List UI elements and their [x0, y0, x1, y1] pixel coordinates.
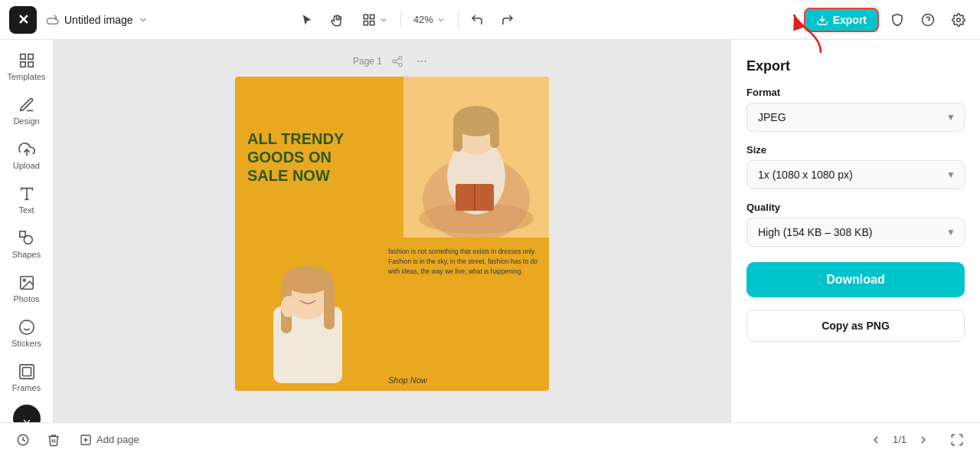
format-select[interactable]: JPEG PNG PDF SVG GIF: [746, 103, 965, 132]
timer-btn[interactable]: [12, 429, 34, 451]
fullscreen-icon: [950, 433, 964, 447]
topbar-right: Export: [804, 8, 971, 32]
select-tool-btn[interactable]: [295, 8, 319, 32]
settings-icon: [952, 13, 965, 27]
zoom-btn[interactable]: 42%: [407, 11, 452, 28]
sidebar-item-frames[interactable]: Frames: [4, 357, 50, 399]
frames-label: Frames: [12, 383, 41, 392]
export-panel-title: Export: [746, 58, 965, 74]
page-share-btn[interactable]: [388, 52, 407, 71]
svg-point-30: [417, 61, 419, 62]
svg-point-25: [399, 56, 402, 59]
trash-btn[interactable]: [43, 429, 64, 451]
svg-rect-0: [364, 15, 368, 18]
redo-btn[interactable]: [495, 8, 520, 32]
svg-point-32: [425, 61, 426, 62]
export-icon: [816, 14, 828, 26]
page-count: 1/1: [893, 434, 906, 445]
svg-rect-17: [19, 231, 24, 237]
design-canvas[interactable]: ALL TRENDY GOODS ON SALE NOW: [235, 77, 549, 391]
sidebar-item-photos[interactable]: Photos: [4, 268, 50, 310]
quality-select[interactable]: High (154 KB – 308 KB) Medium (77 KB – 1…: [746, 218, 965, 247]
format-group: Format JPEG PNG PDF SVG GIF ▼: [746, 87, 965, 132]
quality-label: Quality: [746, 202, 965, 213]
svg-rect-40: [490, 121, 499, 148]
hand-icon: [331, 13, 345, 27]
export-button[interactable]: Export: [804, 8, 879, 32]
shield-btn[interactable]: [885, 8, 910, 32]
svg-rect-12: [28, 62, 32, 67]
svg-rect-9: [20, 54, 24, 59]
stickers-label: Stickers: [11, 339, 41, 348]
design-label: Design: [13, 116, 39, 126]
trash-icon: [47, 433, 60, 447]
upload-icon: [18, 141, 35, 158]
topbar: ✕ Untitled image: [0, 0, 980, 40]
design-body-text: fashion is not something that exists in …: [388, 247, 541, 276]
timer-icon: [16, 433, 30, 447]
help-btn[interactable]: [916, 8, 940, 32]
svg-rect-1: [370, 15, 374, 18]
canvas-area[interactable]: Page 1 ALL TRENDY GOODS ON S: [54, 40, 730, 422]
download-button[interactable]: Download: [746, 262, 965, 297]
page-prev-btn[interactable]: [865, 429, 887, 451]
design-icon: [18, 97, 35, 113]
design-cta: Shop Now: [388, 376, 541, 385]
settings-btn[interactable]: [946, 8, 971, 32]
design-img-right: [403, 77, 549, 238]
svg-rect-2: [364, 21, 368, 25]
sidebar: Templates Design Upload Text Shapes: [0, 40, 54, 422]
text-label: Text: [18, 205, 34, 215]
sidebar-theme-btn[interactable]: [13, 405, 41, 422]
format-select-wrapper: JPEG PNG PDF SVG GIF ▼: [746, 103, 965, 132]
design-text-right: fashion is not something that exists in …: [381, 238, 549, 391]
title-caret-icon: [138, 15, 149, 25]
topbar-center-tools: 42%: [295, 8, 520, 32]
bottom-bar: Add page 1/1: [0, 422, 980, 456]
svg-line-29: [396, 58, 400, 61]
undo-btn[interactable]: [465, 8, 489, 32]
sidebar-item-stickers[interactable]: Stickers: [4, 313, 50, 354]
svg-point-20: [19, 320, 33, 334]
design-text-block: ALL TRENDY GOODS ON SALE NOW: [235, 77, 403, 238]
person-standing-svg: [235, 238, 381, 391]
page-next-btn[interactable]: [913, 429, 934, 451]
photos-icon: [18, 274, 35, 291]
zoom-value: 42%: [413, 14, 433, 25]
sidebar-item-templates[interactable]: Templates: [4, 46, 50, 87]
page-more-btn[interactable]: [413, 52, 431, 71]
size-select[interactable]: 1x (1080 x 1080 px) 2x (2160 x 2160 px) …: [746, 160, 965, 189]
design-bottom: fashion is not something that exists in …: [235, 238, 549, 391]
hand-tool-btn[interactable]: [325, 8, 350, 32]
photos-label: Photos: [13, 294, 39, 303]
svg-point-19: [23, 279, 25, 281]
prev-icon: [870, 434, 882, 446]
export-label: Export: [833, 14, 867, 26]
svg-rect-24: [22, 368, 31, 376]
frame-icon: [362, 13, 376, 27]
sidebar-item-shapes[interactable]: Shapes: [4, 224, 50, 265]
main-layout: Templates Design Upload Text Shapes: [0, 40, 980, 422]
quality-select-wrapper: High (154 KB – 308 KB) Medium (77 KB – 1…: [746, 218, 965, 247]
page-label: Page 1: [353, 56, 382, 67]
svg-rect-39: [453, 121, 462, 152]
svg-point-26: [393, 60, 396, 63]
frame-tool-btn[interactable]: [356, 10, 394, 30]
svg-point-7: [957, 18, 961, 21]
sidebar-item-design[interactable]: Design: [4, 90, 50, 132]
add-page-icon: [80, 434, 92, 446]
redo-icon: [501, 13, 514, 27]
add-page-btn[interactable]: Add page: [74, 431, 145, 449]
undo-icon: [470, 13, 484, 27]
document-title-area[interactable]: Untitled image: [46, 13, 149, 27]
copy-png-button[interactable]: Copy as PNG: [746, 310, 965, 342]
help-icon: [921, 13, 935, 27]
sidebar-item-upload[interactable]: Upload: [4, 135, 50, 176]
sidebar-item-text[interactable]: Text: [4, 179, 50, 221]
size-select-wrapper: 1x (1080 x 1080 px) 2x (2160 x 2160 px) …: [746, 160, 965, 189]
design-img-left: [235, 238, 381, 391]
svg-point-49: [281, 296, 296, 317]
fullscreen-btn[interactable]: [946, 429, 968, 451]
app-logo[interactable]: ✕: [9, 6, 37, 34]
zoom-chevron-icon: [436, 15, 446, 25]
